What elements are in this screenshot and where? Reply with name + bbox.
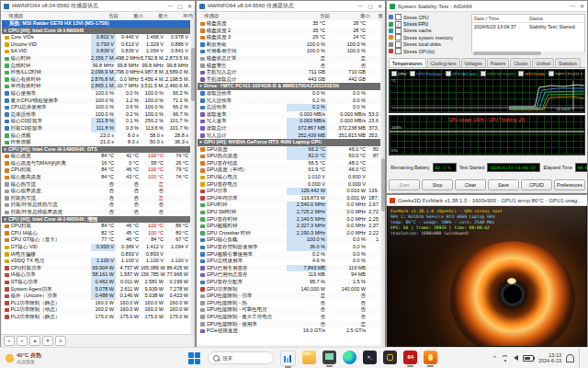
hidden-icons-chevron-icon[interactable]: ^ <box>493 353 496 362</box>
sensor-row[interactable]: GPU视频引擎使用率0.2 %0.0 % <box>198 251 380 259</box>
sensor-row[interactable]: CPU封装功率69.904 W4.757 W165.089 W86.425 W <box>2 265 190 272</box>
sensor-section-header[interactable]: ▼Drive: YMTC PC411-1024GB-B & MMD1750AZ1… <box>198 83 380 90</box>
taskbar-clock[interactable]: 13:13 2024-6-23 <box>538 352 561 364</box>
sensor-row[interactable]: 核心热节流否否是 <box>2 181 190 189</box>
sensor-row[interactable]: 核外（Uncore）功率0.488 W0.146 W5.038 W0.423 W <box>2 293 190 300</box>
legend-checkbox-icon[interactable]: ✓ <box>481 71 486 76</box>
sensor-row[interactable]: 主机读取总计443 GB442 GB <box>198 76 380 84</box>
sensor-row[interactable]: 磁盘温度 329 °C24 °C <box>198 34 380 41</box>
close-icon[interactable]: ✕ <box>187 3 192 9</box>
horizontal-scrollbar[interactable] <box>471 52 585 55</box>
sensor-row[interactable]: 读取总计372,867 MB372,238 MB373, <box>198 125 380 132</box>
column-header-0[interactable]: 传感器 <box>197 12 291 20</box>
tab-statistics[interactable]: Statistics <box>555 58 581 67</box>
stress-option-cpu[interactable]: Stress CPU <box>389 14 468 20</box>
sensor-row[interactable]: 环形倍频21.0 x8.0 x50.0 x36.3 x <box>2 139 190 146</box>
sensor-row[interactable]: GPU温度（平均）61.9 °C46.0 °C <box>198 167 380 174</box>
column-header-0[interactable]: 传感器 <box>1 12 96 20</box>
sensor-row[interactable]: 写入速率0.063 MB/s0.000 MB/s23.6 <box>198 118 380 125</box>
taskbar-app-furmark[interactable] <box>424 351 437 364</box>
sensor-row[interactable]: GPU SM时钟2,725.2 MHz0.0 MHz2,72 <box>198 209 380 216</box>
sensor-row[interactable]: 磁盘警告否否 <box>198 63 380 70</box>
sensor-row[interactable]: GPU总线使用率4.6 %0.0 % <box>198 258 380 265</box>
scrollbar-thumb[interactable] <box>381 158 385 212</box>
hwinfo-mid-titlebar[interactable]: HWiNFO64 v8.04-5560 传感器状态 — ▢ ✕ <box>197 1 385 12</box>
sensor-row[interactable]: 环形/LLC时钟2,096.9 M...796.0 MHz4,987.8 M..… <box>2 69 190 76</box>
stop-button[interactable]: Stop <box>422 179 453 190</box>
sensor-row[interactable]: GPU显存结温66.5 °C48.0 °C <box>198 160 380 167</box>
sensor-row[interactable]: 磁盘温度 235 °C28 °C <box>198 28 380 35</box>
sensor-row[interactable]: 磁盘状态正常是是 <box>198 55 380 63</box>
sensor-row[interactable]: GPU性能限制 - 功率是否 <box>198 293 380 300</box>
sensor-row[interactable]: CPU GT核心（显卡）77 °C46 °C84 °C67 °C <box>2 236 190 244</box>
tab-temperatures[interactable]: Temperatures <box>389 58 426 67</box>
sensor-row[interactable]: GPU显存分配率95.7 %1.5 % <box>198 279 380 286</box>
column-header-4[interactable]: 平均 <box>170 12 195 20</box>
sensor-row[interactable]: GPU功率126.442 W0.003 W139. <box>198 188 380 195</box>
sensor-row[interactable]: CPU IA核心82 °C45 °C100 °C80 °C <box>2 230 190 237</box>
minimize-icon[interactable]: — <box>167 3 173 9</box>
checkbox-icon[interactable] <box>395 48 401 54</box>
sensor-row[interactable]: 核心最高温度84 °C43 °C100 °C74 °C <box>2 174 190 181</box>
log-column-datetime[interactable]: Date / Time <box>472 15 527 22</box>
stress-option-cache[interactable]: Stress cache <box>389 28 468 34</box>
scrollbar-thumb[interactable] <box>191 48 195 101</box>
maximize-icon[interactable]: ▢ <box>177 3 183 9</box>
checkbox-icon[interactable]: ✓ <box>395 21 401 28</box>
taskbar-app-edge-browser[interactable] <box>343 351 356 364</box>
sensor-row[interactable]: CPU总体使用率100.0 %0.6 %100.0 %66.2 % <box>2 104 190 111</box>
sensor-row[interactable]: GT核心功率0.462 W0.011 W2.581 W0.199 W <box>2 279 190 286</box>
legend-checkbox-icon[interactable]: ✓ <box>446 71 451 76</box>
start-button[interactable] <box>187 351 201 365</box>
furmark-titlebar[interactable]: Geeks3D FurMark v1.38.1.0 - 1600x900 - G… <box>387 195 587 206</box>
reset-values-icon[interactable]: ▲ <box>29 336 40 346</box>
sensor-section-header[interactable]: ▼GPU [#0]: NVIDIA GeForce RTX 4060 Lapto… <box>198 139 380 146</box>
sensor-row[interactable]: 封装/环形总线临界温度否否否 <box>2 209 190 216</box>
sensor-row[interactable]: 核心使用率100.0 %0.0 %100.0 %66.2 % <box>2 90 190 98</box>
column-header-3[interactable]: 最大 <box>145 12 170 20</box>
vertical-scrollbar[interactable] <box>381 20 385 345</box>
sensor-row[interactable]: 核心有效时钟2,876.8 M...0.0 MHz5,456.4 M...2,1… <box>2 76 190 84</box>
sensor-row[interactable]: 写入总计352,439 MB351,815 MB353, <box>198 132 380 140</box>
log-header[interactable]: Date / Time Status <box>472 15 584 23</box>
tab-clocks[interactable]: Clocks <box>510 58 531 67</box>
legend-checkbox-icon[interactable]: ✓ <box>410 71 415 76</box>
logging-icon[interactable]: ▼ <box>42 336 53 346</box>
sensor-section-header[interactable]: ▼CPU [#0]: Intel Core i9-14900HX: 增强 <box>2 216 190 224</box>
sensor-row[interactable]: 封装C0驻留率111.8 %0.3 %113.6 %101.7 % <box>2 125 190 132</box>
taskbar-app-file-explorer[interactable] <box>302 351 316 364</box>
close-icon[interactable]: ✕ <box>378 3 382 9</box>
tab-cooling-fans[interactable]: Cooling fans <box>427 58 460 67</box>
stress-option-disk[interactable]: Stress local disks <box>389 41 468 48</box>
sensor-row[interactable]: 最大CPU/线程使用率100.0 %1.2 %100.0 %71.1 % <box>2 98 190 105</box>
checkbox-icon[interactable] <box>395 14 401 20</box>
sensor-row[interactable]: PL2功率限制（静态）175.0 W175.0 W175.0 W175.0 W <box>2 314 190 321</box>
sensor-row[interactable]: 平均有效时钟2,865.1 M...10.7 MHz3,511.5 M...2,… <box>2 83 190 90</box>
show-desktop-button[interactable] <box>579 348 582 368</box>
sensor-row[interactable]: System Agent功率5.078 W2.611 W9.939 W7.278… <box>2 286 190 293</box>
sensor-row[interactable]: CPU封装84 °C46 °C100 °C86 °C <box>2 223 190 230</box>
taskbar-app-monitor[interactable] <box>322 351 336 364</box>
battery-icon[interactable] <box>523 355 534 362</box>
checkbox-icon[interactable] <box>395 34 401 40</box>
sensor-row[interactable]: 核心临界温度否否否 <box>2 188 190 195</box>
sensor-row[interactable]: 核心C0驻留率111.8 %0.1 %256.2 %101.7 % <box>2 118 190 125</box>
stress-option-fpu[interactable]: ✓Stress FPU <box>389 20 468 27</box>
sensor-row[interactable]: SA VID0.839 V0.839 V1.054 V0.841 V <box>2 48 190 55</box>
sensor-row[interactable]: GPU已用专用显存7,843 MB119 MB <box>198 265 380 272</box>
volume-icon[interactable] <box>514 355 518 361</box>
sensor-row[interactable]: GPU时钟2,540.0 MHz0.0 MHz2,67 <box>198 201 380 209</box>
sensor-row[interactable]: GPU核心电压1.010 V0.600 V <box>198 174 380 181</box>
sensor-row[interactable]: Core VIDs0.802 V0.440 V1.466 V0.978 V <box>2 34 190 41</box>
sensor-row[interactable]: PCIe链接速度16.0 GT/s2.5 GT/s <box>198 328 380 335</box>
checkbox-icon[interactable] <box>395 28 401 34</box>
sensor-row[interactable]: PL1功率限制（静态）160.0 W160.0 W160.0 W160.0 W <box>2 300 190 307</box>
column-header-2[interactable]: 最小 <box>332 12 372 20</box>
sensor-row[interactable]: 核心温度84 °C42 °C100 °C74 °C <box>2 153 190 160</box>
expand-all-icon[interactable]: » <box>17 336 28 346</box>
sensor-row[interactable]: 封装/环形总线热节流否否否 <box>2 201 190 209</box>
taskbar-app-task-manager[interactable] <box>280 351 296 366</box>
sensor-row[interactable]: 总线时钟99.8 MHz99.8 MHz99.8 MHz99.8 MHz <box>2 63 190 70</box>
sensor-row[interactable]: GPU显存控制器使用率36.0 %0.0 % <box>198 244 380 251</box>
log-row[interactable]: 2024/6/23 13:04:37Stability Test: Starte… <box>472 23 584 30</box>
